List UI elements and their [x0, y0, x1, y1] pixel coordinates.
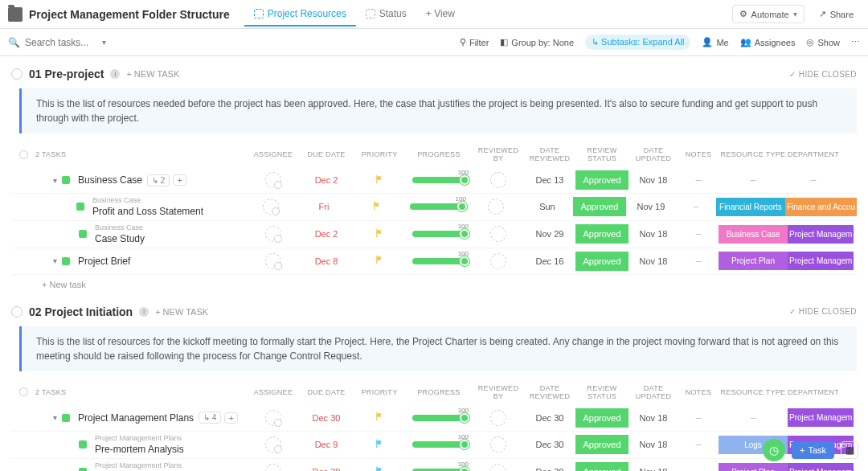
assignee-placeholder[interactable] [265, 253, 281, 269]
due-date[interactable]: Dec 8 [315, 256, 338, 266]
notes-cell[interactable]: – [694, 201, 699, 212]
date-reviewed[interactable]: Dec 13 [536, 175, 564, 185]
department-tag[interactable]: Project Managem [788, 408, 854, 427]
date-updated[interactable]: Nov 18 [640, 413, 668, 423]
reviewer-placeholder[interactable] [490, 436, 506, 453]
section-title[interactable]: 02 Project Initiation [29, 305, 133, 318]
review-status[interactable]: Approved [575, 462, 628, 471]
review-status[interactable]: Approved [575, 252, 628, 271]
due-date[interactable]: Dec 30 [313, 467, 341, 471]
timer-fab[interactable]: ◷ [763, 439, 785, 461]
assignee-placeholder[interactable] [265, 172, 281, 188]
due-date[interactable]: Dec 2 [315, 175, 338, 185]
reviewer-placeholder[interactable] [490, 226, 506, 242]
select-all-circle[interactable] [19, 387, 28, 396]
reviewer-placeholder[interactable] [490, 464, 506, 471]
subtask-count[interactable]: ↳ 2 [147, 174, 170, 186]
review-status[interactable]: Approved [575, 408, 628, 428]
due-date[interactable]: Dec 2 [315, 229, 338, 239]
table-row[interactable]: Project Management PlansPre-mortem Analy… [11, 432, 857, 459]
chevron-down-icon[interactable]: ▾ [53, 176, 57, 185]
filter-button[interactable]: ⚲ Filter [460, 37, 489, 47]
progress-bar[interactable]: 100 [405, 258, 473, 264]
chevron-down-icon[interactable]: ▾ [102, 38, 106, 47]
flag-icon[interactable] [375, 228, 384, 238]
due-date[interactable]: Fri [319, 202, 330, 211]
progress-bar[interactable]: 100 [405, 177, 473, 183]
new-task-fab[interactable]: + Task [792, 441, 834, 459]
apps-icon[interactable]: ▦ [841, 441, 858, 459]
more-icon[interactable]: ⋯ [851, 37, 860, 47]
task-name[interactable]: Pre-mortem Analysis [95, 444, 184, 455]
task-name[interactable]: Business Case [78, 174, 142, 186]
share-button[interactable]: ↗ Share [813, 6, 860, 23]
info-icon[interactable]: i [110, 69, 120, 79]
resource-type-tag[interactable]: Project Plan [719, 463, 788, 471]
date-reviewed[interactable]: Dec 16 [536, 256, 564, 266]
task-name[interactable]: Project Management Plans [78, 412, 194, 424]
progress-bar[interactable]: 100 [403, 203, 470, 210]
flag-icon[interactable] [375, 174, 384, 184]
assignee-placeholder[interactable] [263, 199, 279, 215]
date-reviewed[interactable]: Dec 30 [536, 413, 564, 423]
progress-bar[interactable]: 100 [405, 415, 473, 421]
notes-cell[interactable]: – [696, 174, 702, 186]
hide-closed[interactable]: ✓ HIDE CLOSED [789, 70, 857, 79]
reviewer-placeholder[interactable] [490, 253, 506, 269]
review-status[interactable]: Approved [573, 197, 626, 216]
status-square[interactable] [79, 468, 87, 471]
date-reviewed[interactable]: Nov 29 [536, 229, 564, 239]
table-row[interactable]: ▾Project Brief Dec 8 100 Dec 16 Approved… [11, 248, 857, 275]
chevron-down-icon[interactable]: ▾ [53, 413, 57, 422]
date-updated[interactable]: Nov 18 [640, 229, 668, 239]
status-square[interactable] [79, 230, 87, 238]
select-all-circle[interactable] [19, 150, 28, 159]
notes-cell[interactable]: – [696, 228, 702, 240]
assignee-placeholder[interactable] [265, 436, 281, 453]
date-updated[interactable]: Nov 18 [640, 256, 668, 266]
status-square[interactable] [62, 257, 70, 265]
date-updated[interactable]: Nov 18 [640, 175, 668, 185]
date-reviewed[interactable]: Dec 30 [536, 467, 564, 471]
review-status[interactable]: Approved [575, 435, 628, 454]
automate-button[interactable]: ⚙ Automate ▾ [732, 5, 805, 23]
group-button[interactable]: ◧ Group by: None [500, 37, 574, 47]
show-button[interactable]: ◎ Show [806, 37, 840, 47]
me-button[interactable]: 👤 Me [702, 37, 728, 47]
notes-cell[interactable]: – [696, 466, 702, 471]
add-view[interactable]: + View [416, 2, 465, 27]
notes-cell[interactable]: – [696, 256, 702, 267]
assignee-placeholder[interactable] [265, 464, 281, 471]
search-input-wrap[interactable]: 🔍 ▾ [8, 37, 121, 48]
task-name[interactable]: Project Brief [78, 256, 130, 267]
search-input[interactable] [25, 37, 97, 48]
resource-type-tag[interactable]: Financial Reports [716, 198, 785, 216]
reviewer-placeholder[interactable] [488, 199, 504, 215]
flag-icon[interactable] [372, 201, 382, 211]
date-updated[interactable]: Nov 18 [640, 467, 668, 471]
task-name[interactable]: Profit and Loss Statement [92, 206, 203, 217]
reviewer-placeholder[interactable] [490, 410, 506, 426]
table-row[interactable]: Business CaseProfit and Loss Statement F… [11, 194, 857, 221]
date-reviewed[interactable]: Dec 30 [536, 440, 564, 449]
hide-closed[interactable]: ✓ HIDE CLOSED [789, 307, 857, 316]
review-status[interactable]: Approved [575, 170, 628, 190]
progress-bar[interactable]: 100 [405, 441, 473, 448]
resource-type-tag[interactable]: Project Plan [719, 252, 788, 270]
reviewer-placeholder[interactable] [490, 172, 506, 188]
notes-cell[interactable]: – [696, 412, 702, 424]
add-task-row[interactable]: + New task [11, 275, 857, 294]
flag-icon[interactable] [375, 439, 384, 448]
add-subtask[interactable]: + [173, 174, 186, 186]
department-tag[interactable]: Project Managem [788, 463, 854, 471]
section-toggle[interactable] [11, 306, 23, 317]
date-updated[interactable]: Nov 19 [637, 202, 665, 211]
department-tag[interactable]: Project Managem [788, 252, 854, 270]
table-row[interactable]: ▾Business Case↳ 2+ Dec 2 100 Dec 13 Appr… [11, 167, 857, 194]
table-row[interactable]: Project Management PlansProject Charter … [11, 459, 857, 471]
status-square[interactable] [79, 440, 87, 448]
resource-type-tag[interactable]: Business Case [719, 225, 788, 244]
new-task-link[interactable]: + NEW TASK [155, 307, 208, 317]
due-date[interactable]: Dec 30 [313, 413, 341, 423]
subtasks-pill[interactable]: ↳ Subtasks: Expand All [585, 35, 690, 50]
